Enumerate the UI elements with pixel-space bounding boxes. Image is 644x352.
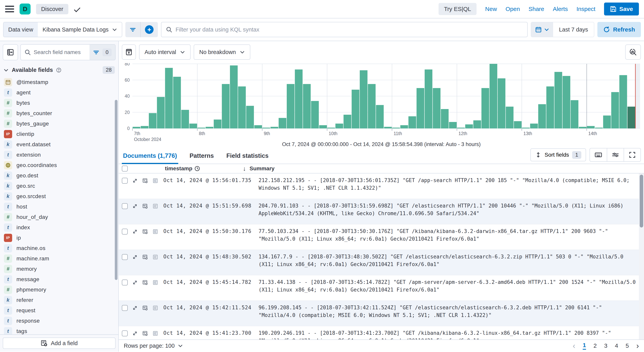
- timestamp-cell[interactable]: Oct 14, 2024 @ 15:50:30.176: [158, 228, 254, 250]
- field-item-tags[interactable]: ttags: [0, 326, 118, 334]
- page-5-button[interactable]: 5: [626, 343, 629, 349]
- view-details-icon[interactable]: [142, 331, 148, 336]
- document-icon[interactable]: [152, 305, 158, 311]
- view-details-icon[interactable]: [142, 305, 148, 311]
- summary-cell[interactable]: 134.167.7.9 - - [2018-07-30T13:48:30.502…: [254, 253, 636, 275]
- page-3-button[interactable]: 3: [604, 343, 608, 349]
- timestamp-column-header[interactable]: timestamp: [128, 165, 238, 172]
- rows-per-page-button[interactable]: Rows per page: 100: [124, 343, 183, 349]
- document-icon[interactable]: [152, 203, 158, 209]
- breakdown-select[interactable]: No breakdown: [194, 44, 250, 60]
- time-range-value[interactable]: Last 7 days: [553, 22, 594, 37]
- row-checkbox[interactable]: [122, 331, 128, 336]
- field-item-geo.src[interactable]: kgeo.src: [0, 181, 118, 191]
- summary-cell[interactable]: 96.199.208.145 - - [2018-07-30T13:42:11.…: [254, 304, 636, 326]
- summary-cell[interactable]: 204.70.91.103 - - [2018-07-30T13:51:59.6…: [254, 202, 636, 224]
- inspect-button[interactable]: Inspect: [576, 6, 596, 12]
- expand-row-icon[interactable]: [132, 203, 138, 209]
- document-icon[interactable]: [152, 254, 158, 260]
- filter-icon[interactable]: [125, 22, 140, 37]
- field-item-ip[interactable]: IPip: [0, 233, 118, 243]
- field-item-agent[interactable]: tagent: [0, 87, 118, 98]
- app-logo[interactable]: D: [20, 3, 30, 14]
- summary-cell[interactable]: 71.33.44.138 - - [2018-07-30T13:45:14.78…: [254, 278, 636, 301]
- field-item-bytes_gauge[interactable]: #bytes_gauge: [0, 118, 118, 129]
- try-esql-button[interactable]: Try ES|QL: [438, 3, 476, 15]
- save-button[interactable]: Save: [604, 2, 639, 15]
- timestamp-cell[interactable]: Oct 14, 2024 @ 15:51:59.698: [158, 202, 254, 224]
- display-options-button[interactable]: [607, 148, 624, 161]
- field-item-memory[interactable]: #memory: [0, 264, 118, 274]
- timestamp-cell[interactable]: Oct 14, 2024 @ 15:48:30.502: [158, 253, 254, 275]
- timestamp-cell[interactable]: Oct 14, 2024 @ 15:41:23.700: [158, 329, 254, 340]
- field-item-@timestamp[interactable]: @timestamp: [0, 77, 118, 87]
- page-2-button[interactable]: 2: [594, 343, 597, 349]
- document-icon[interactable]: [152, 280, 158, 286]
- field-item-event.dataset[interactable]: kevent.dataset: [0, 139, 118, 150]
- data-view-picker[interactable]: Data view Kibana Sample Data Logs: [3, 22, 122, 37]
- explore-in-lens-button[interactable]: [625, 44, 641, 60]
- row-checkbox[interactable]: [122, 280, 128, 286]
- kql-input[interactable]: [176, 26, 523, 33]
- field-item-machine.ram[interactable]: #machine.ram: [0, 253, 118, 264]
- field-item-referer[interactable]: kreferer: [0, 295, 118, 305]
- view-details-icon[interactable]: [142, 254, 148, 260]
- collapse-sidebar-button[interactable]: [3, 44, 18, 60]
- next-page-button[interactable]: ›: [636, 342, 639, 350]
- row-checkbox[interactable]: [122, 254, 128, 260]
- grid-scrollbar[interactable]: [639, 173, 644, 340]
- keyboard-shortcuts-button[interactable]: [590, 148, 607, 161]
- field-item-clientip[interactable]: IPclientip: [0, 129, 118, 139]
- document-icon[interactable]: [152, 331, 158, 336]
- previous-page-button[interactable]: ‹: [573, 342, 575, 350]
- fullscreen-button[interactable]: [624, 148, 640, 161]
- field-item-machine.os[interactable]: tmachine.os: [0, 243, 118, 253]
- summary-cell[interactable]: 212.158.212.195 - - [2018-07-30T13:56:01…: [254, 177, 636, 199]
- data-view-value[interactable]: Kibana Sample Data Logs: [38, 22, 122, 37]
- share-button[interactable]: Share: [528, 6, 544, 12]
- interval-select[interactable]: Auto interval: [139, 44, 190, 60]
- field-item-hour_of_day[interactable]: #hour_of_day: [0, 212, 118, 222]
- view-details-icon[interactable]: [142, 280, 148, 286]
- page-1-button[interactable]: 1: [583, 342, 586, 350]
- chevron-down-icon[interactable]: [4, 67, 8, 73]
- timestamp-cell[interactable]: Oct 14, 2024 @ 15:56:01.735: [158, 177, 254, 199]
- field-item-bytes_counter[interactable]: #bytes_counter: [0, 108, 118, 118]
- field-item-phpmemory[interactable]: #phpmemory: [0, 285, 118, 295]
- field-item-message[interactable]: tmessage: [0, 274, 118, 285]
- breadcrumb[interactable]: Discover: [36, 4, 68, 14]
- expand-row-icon[interactable]: [132, 254, 138, 260]
- sidebar-scrollbar[interactable]: [115, 100, 118, 280]
- field-item-extension[interactable]: textension: [0, 150, 118, 160]
- expand-row-icon[interactable]: [132, 305, 138, 311]
- page-4-button[interactable]: 4: [615, 343, 618, 349]
- expand-row-icon[interactable]: [132, 331, 138, 336]
- row-checkbox[interactable]: [122, 203, 128, 209]
- view-details-icon[interactable]: [142, 229, 148, 235]
- field-item-geo.srcdest[interactable]: kgeo.srcdest: [0, 191, 118, 201]
- view-details-icon[interactable]: [142, 203, 148, 209]
- view-details-icon[interactable]: [142, 178, 148, 184]
- menu-icon[interactable]: [5, 6, 14, 12]
- new-button[interactable]: New: [485, 6, 497, 12]
- field-item-host[interactable]: thost: [0, 201, 118, 212]
- field-filter-button[interactable]: 0: [90, 45, 115, 60]
- hide-chart-button[interactable]: [122, 44, 136, 60]
- summary-column-header[interactable]: ↓ Summary: [243, 165, 274, 172]
- field-search[interactable]: 0: [20, 44, 116, 60]
- sort-desc-arrow-icon[interactable]: ↓: [243, 165, 246, 172]
- field-item-request[interactable]: trequest: [0, 305, 118, 316]
- document-icon[interactable]: [152, 178, 158, 184]
- row-checkbox[interactable]: [122, 229, 128, 235]
- refresh-button[interactable]: Refresh: [598, 22, 641, 37]
- document-icon[interactable]: [152, 229, 158, 235]
- row-checkbox[interactable]: [122, 178, 128, 184]
- field-search-input[interactable]: [34, 49, 90, 55]
- open-button[interactable]: Open: [506, 6, 520, 12]
- field-item-geo.coordinates[interactable]: geo.coordinates: [0, 160, 118, 170]
- field-item-response[interactable]: tresponse: [0, 316, 118, 326]
- field-item-geo.dest[interactable]: kgeo.dest: [0, 170, 118, 181]
- add-field-button[interactable]: Add a field: [3, 338, 116, 349]
- select-all-checkbox[interactable]: [122, 166, 128, 171]
- expand-row-icon[interactable]: [132, 280, 138, 286]
